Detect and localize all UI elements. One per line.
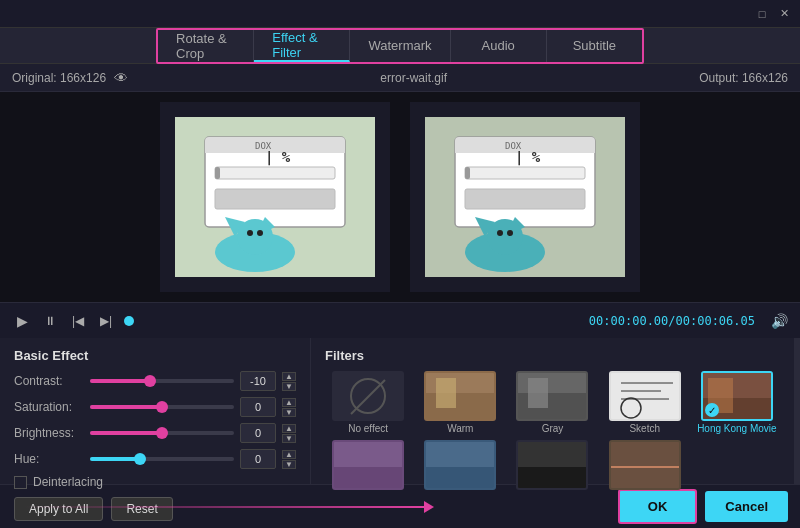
hue-slider[interactable]: [90, 457, 234, 461]
filter-purple[interactable]: [325, 440, 411, 492]
tab-rotate-crop[interactable]: Rotate & Crop: [158, 30, 254, 62]
contrast-value: -10: [240, 371, 276, 391]
svg-rect-32: [436, 378, 456, 408]
next-button[interactable]: ▶|: [96, 311, 116, 331]
svg-rect-6: [215, 167, 220, 179]
playhead[interactable]: [124, 316, 134, 326]
play-button[interactable]: ▶: [12, 311, 32, 331]
filter-no-effect[interactable]: No effect: [325, 371, 411, 434]
close-button[interactable]: ✕: [776, 6, 792, 22]
tab-audio[interactable]: Audio: [451, 30, 547, 62]
filter-no-effect-label: No effect: [348, 423, 388, 434]
deinterlacing-label: Deinterlacing: [33, 475, 103, 489]
deinterlacing-row: Deinterlacing: [14, 475, 296, 489]
filters-panel: Filters No effect Warm Gr: [310, 338, 794, 484]
contrast-label: Contrast:: [14, 374, 84, 388]
prev-button[interactable]: |◀: [68, 311, 88, 331]
filter-action[interactable]: [602, 440, 688, 492]
filter-gray-label: Gray: [542, 423, 564, 434]
arrow-head: [424, 501, 434, 513]
hue-label: Hue:: [14, 452, 84, 466]
svg-point-29: [507, 230, 513, 236]
svg-rect-23: [465, 189, 585, 209]
hue-down[interactable]: ▼: [282, 460, 296, 469]
saturation-row: Saturation: 0 ▲ ▼: [14, 397, 296, 417]
saturation-slider[interactable]: [90, 405, 234, 409]
filter-blue2[interactable]: [417, 440, 503, 492]
svg-rect-35: [528, 378, 548, 408]
hue-stepper[interactable]: ▲ ▼: [282, 450, 296, 469]
svg-rect-8: [215, 189, 335, 209]
filters-grid: No effect Warm Gray Ske: [325, 371, 780, 492]
basic-effect-title: Basic Effect: [14, 348, 296, 363]
svg-rect-5: [215, 167, 335, 179]
window-controls[interactable]: □ ✕: [754, 6, 792, 22]
hue-row: Hue: 0 ▲ ▼: [14, 449, 296, 469]
filter-sketch[interactable]: Sketch: [602, 371, 688, 434]
brightness-stepper[interactable]: ▲ ▼: [282, 424, 296, 443]
volume-icon[interactable]: 🔊: [771, 313, 788, 329]
brightness-up[interactable]: ▲: [282, 424, 296, 433]
contrast-up[interactable]: ▲: [282, 372, 296, 381]
saturation-down[interactable]: ▼: [282, 408, 296, 417]
minimize-button[interactable]: □: [754, 6, 770, 22]
svg-text:|  %: | %: [265, 149, 291, 166]
svg-rect-47: [426, 467, 496, 490]
tab-effect-filter[interactable]: Effect & Filter: [254, 30, 350, 62]
svg-point-27: [487, 219, 523, 255]
filter-warm[interactable]: Warm: [417, 371, 503, 434]
preview-original: DOX | %: [160, 102, 390, 292]
svg-point-12: [237, 219, 273, 255]
filename: error-wait.gif: [380, 71, 447, 85]
eye-icon[interactable]: 👁: [114, 70, 128, 86]
preview-area: DOX | % DOX |: [0, 92, 800, 302]
tab-bar: Rotate & Crop Effect & Filter Watermark …: [156, 28, 644, 64]
brightness-row: Brightness: 0 ▲ ▼: [14, 423, 296, 443]
saturation-up[interactable]: ▲: [282, 398, 296, 407]
hue-value: 0: [240, 449, 276, 469]
arrow-indicator: [12, 501, 610, 513]
svg-point-28: [497, 230, 503, 236]
deinterlacing-checkbox[interactable]: [14, 476, 27, 489]
filter-hongkong-label: Hong Kong Movie: [697, 423, 777, 434]
tab-watermark[interactable]: Watermark: [350, 30, 450, 62]
filter-hongkong[interactable]: ✓ Hong Kong Movie: [694, 371, 780, 434]
contrast-row: Contrast: -10 ▲ ▼: [14, 371, 296, 391]
contrast-slider[interactable]: [90, 379, 234, 383]
original-size: Original: 166x126: [12, 71, 106, 85]
filter-gray[interactable]: Gray: [509, 371, 595, 434]
filter-dark[interactable]: [509, 440, 595, 492]
cancel-button[interactable]: Cancel: [705, 491, 788, 522]
brightness-down[interactable]: ▼: [282, 434, 296, 443]
svg-rect-36: [611, 373, 681, 421]
brightness-value: 0: [240, 423, 276, 443]
svg-rect-45: [334, 467, 404, 490]
info-bar: Original: 166x126 👁 error-wait.gif Outpu…: [0, 64, 800, 92]
title-bar: □ ✕: [0, 0, 800, 28]
svg-rect-21: [465, 167, 470, 179]
brightness-slider[interactable]: [90, 431, 234, 435]
svg-point-13: [247, 230, 253, 236]
timecode: 00:00:00.00/00:00:06.05: [589, 314, 755, 328]
pause-button[interactable]: ⏸: [40, 311, 60, 331]
filter-warm-label: Warm: [447, 423, 473, 434]
basic-effect-panel: Basic Effect Contrast: -10 ▲ ▼ Saturatio…: [0, 338, 310, 484]
svg-point-14: [257, 230, 263, 236]
output-size: Output: 166x126: [699, 71, 788, 85]
hue-up[interactable]: ▲: [282, 450, 296, 459]
filter-sketch-label: Sketch: [629, 423, 660, 434]
arrow-line: [24, 506, 424, 508]
svg-rect-49: [518, 467, 588, 490]
scrollbar[interactable]: [794, 338, 800, 484]
tab-subtitle[interactable]: Subtitle: [547, 30, 642, 62]
preview-output: DOX | %: [410, 102, 640, 292]
contrast-down[interactable]: ▼: [282, 382, 296, 391]
transport-bar: ▶ ⏸ |◀ ▶| 00:00:00.00/00:00:06.05 🔊: [0, 302, 800, 338]
svg-rect-20: [465, 167, 585, 179]
brightness-label: Brightness:: [14, 426, 84, 440]
ok-button[interactable]: OK: [618, 489, 698, 524]
saturation-stepper[interactable]: ▲ ▼: [282, 398, 296, 417]
contrast-stepper[interactable]: ▲ ▼: [282, 372, 296, 391]
saturation-label: Saturation:: [14, 400, 84, 414]
saturation-value: 0: [240, 397, 276, 417]
